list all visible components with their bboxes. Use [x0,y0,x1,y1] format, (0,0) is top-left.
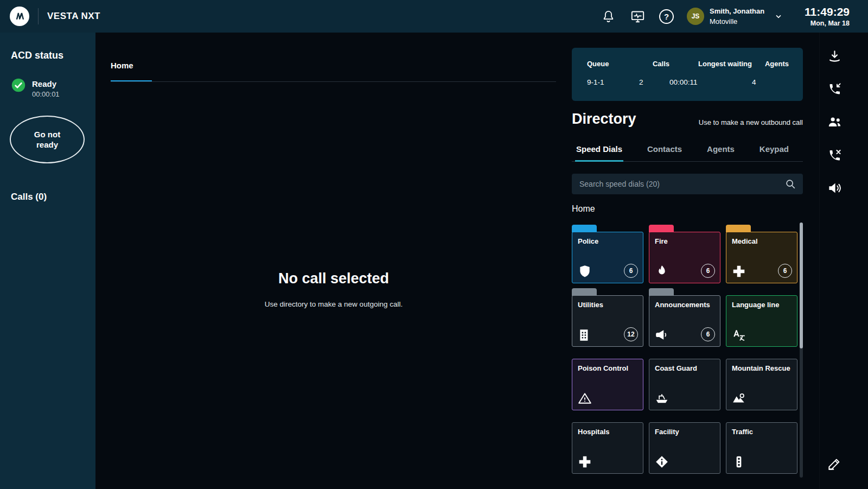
queue-summary-panel: Queue Calls Longest waiting Agents 9-1-1… [572,48,803,101]
divider [38,8,39,24]
user-menu[interactable]: JS Smith, Jonathan Motoville [687,6,783,27]
empty-call-state: No call selected Use directory to make a… [95,270,572,308]
police-badge-icon [578,264,592,278]
avatar: JS [687,8,704,25]
megaphone-icon [655,328,669,342]
card-label: Traffic [732,428,753,436]
tab-agents[interactable]: Agents [707,144,735,154]
speed-dial-card-medical[interactable]: Medical 6 [726,232,797,283]
clock-time: 11:49:29 [805,5,850,18]
card-label: Mountain Rescue [732,364,790,372]
count-badge: 6 [778,264,792,278]
card-label: Police [578,237,598,245]
queue-name: 9-1-1 [587,78,639,86]
agents-header: Agents [752,60,789,68]
speed-dial-card-language-line[interactable]: Language line [726,295,797,347]
directory-hint: Use to make a new outbound call [572,118,803,126]
acd-status-label: Ready [32,79,60,88]
tab-keypad[interactable]: Keypad [760,144,789,154]
go-not-ready-button[interactable]: Go not ready [10,116,85,163]
card-label: Announcements [655,301,710,309]
acd-status-timer: 00:00:01 [32,90,60,98]
chevron-down-icon[interactable] [774,12,783,21]
speed-dial-card-coast-guard[interactable]: Coast Guard [649,359,720,410]
traffic-light-icon [732,455,746,469]
mountain-icon [732,391,746,405]
clock: 11:49:29 Mon, Mar 18 [805,5,850,27]
agents-icon[interactable] [827,114,842,129]
speed-dial-card-police[interactable]: Police 6 [572,232,643,283]
empty-subtitle: Use directory to make a new outgoing cal… [95,300,572,308]
facility-icon [655,455,669,469]
bell-icon[interactable] [601,8,617,24]
speed-dial-card-poison-control[interactable]: Poison Control [572,359,643,410]
user-location: Motoville [710,16,764,27]
card-label: Fire [655,237,668,245]
building-icon [578,328,592,342]
call-reject-icon[interactable] [827,148,842,163]
speaker-icon[interactable] [827,180,842,195]
tab-divider [111,81,556,82]
acd-status-title: ACD status [11,50,86,61]
boat-icon [655,391,669,405]
speed-dial-search [572,174,803,194]
top-bar: VESTA NXT ? JS Smith, Jonathan Motoville [0,0,868,33]
speed-dial-card-facility[interactable]: Facility [649,422,720,474]
hospital-cross-icon [578,455,592,469]
folder-tab [649,225,674,232]
annotation-icon[interactable] [827,456,842,471]
tab-contacts[interactable]: Contacts [647,144,682,154]
flame-icon [655,264,669,278]
speed-dial-card-utilities[interactable]: Utilities 12 [572,295,643,347]
medical-cross-icon [732,264,746,278]
card-label: Coast Guard [655,364,697,372]
call-answer-icon[interactable] [827,49,842,64]
directory-scrollbar[interactable] [800,223,803,478]
calls-section-title: Calls (0) [11,192,86,202]
search-icon[interactable] [784,178,796,190]
calls-header: Calls [639,60,669,68]
card-label: Utilities [578,301,603,309]
card-label: Poison Control [578,364,628,372]
speed-dial-grid: Police 6 Fire 6 Medical 6 Utilities 12 [572,223,797,474]
directory-section-label: Home [572,204,595,214]
folder-tab [726,225,751,232]
longest-waiting-header: Longest waiting [669,60,752,68]
speed-dial-card-announcements[interactable]: Announcements 6 [649,295,720,347]
directory-tabs: Speed Dials Contacts Agents Keypad [572,144,803,162]
motorola-logo [10,7,29,26]
card-label: Language line [732,301,779,309]
card-label: Facility [655,428,679,436]
acd-sidebar: ACD status Ready 00:00:01 Go not ready C… [0,33,95,489]
count-badge: 6 [701,264,715,278]
app-title: VESTA NXT [47,11,100,22]
translate-icon [732,328,746,342]
acd-status-indicator: Ready 00:00:01 [11,78,86,98]
card-label: Medical [732,237,758,245]
tab-home[interactable]: Home [111,61,133,70]
card-label: Hospitals [578,428,610,436]
speed-dial-card-hospitals[interactable]: Hospitals [572,422,643,474]
tab-speed-dials[interactable]: Speed Dials [576,144,622,154]
queue-header: Queue [587,60,639,68]
monitor-icon[interactable] [630,8,646,24]
queue-agents: 4 [752,78,789,86]
speed-dial-card-mountain-rescue[interactable]: Mountain Rescue [726,359,797,410]
speed-dial-card-fire[interactable]: Fire 6 [649,232,720,283]
count-badge: 6 [701,327,715,341]
search-input[interactable] [579,180,784,188]
queue-row[interactable]: 9-1-1 2 00:00:11 4 [587,78,789,86]
help-icon[interactable]: ? [659,9,674,24]
speed-dial-card-traffic[interactable]: Traffic [726,422,797,474]
folder-tab [572,288,597,296]
call-control-rail [819,33,868,489]
warning-triangle-icon [578,391,592,405]
empty-title: No call selected [95,270,572,287]
count-badge: 12 [624,327,638,341]
scrollbar-thumb[interactable] [800,223,803,348]
folder-tab [649,288,674,296]
user-name: Smith, Jonathan [710,6,764,17]
missed-call-icon[interactable] [827,81,842,97]
ready-check-icon [11,78,26,95]
queue-longest-waiting: 00:00:11 [669,78,752,86]
